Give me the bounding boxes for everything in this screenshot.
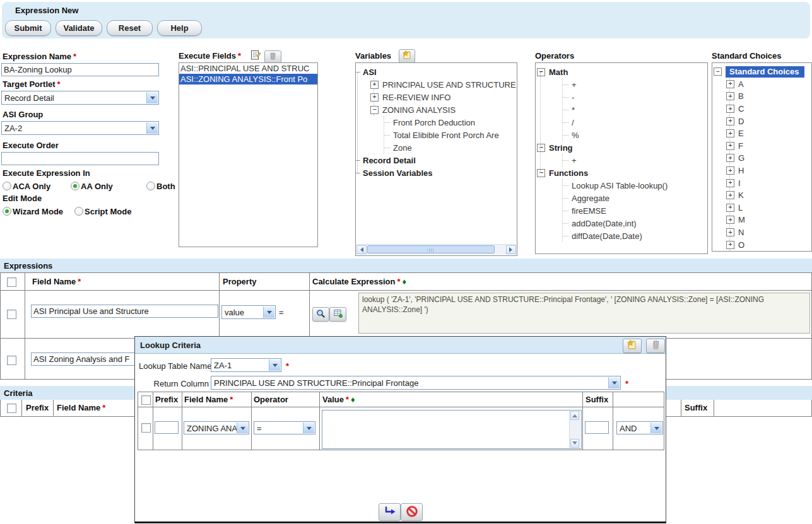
expand-icon[interactable] — [726, 117, 734, 125]
criteria-field-name-select[interactable]: ZONING ANALY — [184, 421, 249, 434]
chevron-down-icon[interactable] — [146, 92, 158, 103]
expand-icon[interactable] — [726, 216, 734, 224]
lookup-table-name-select[interactable]: ZA-1 — [211, 358, 281, 372]
scroll-right-button[interactable] — [506, 245, 516, 254]
reset-button[interactable]: Reset — [107, 20, 153, 36]
tree-node-string-concat[interactable]: + — [563, 154, 707, 166]
tree-node-zone[interactable]: Zone — [384, 141, 517, 154]
tree-node-choice-l[interactable]: L — [726, 202, 811, 214]
expand-icon[interactable] — [726, 166, 734, 175]
row-checkbox[interactable] — [141, 423, 151, 433]
tree-node-fireemse[interactable]: fireEMSE — [563, 204, 707, 217]
collapse-icon[interactable] — [370, 106, 379, 114]
chevron-down-icon[interactable] — [146, 122, 158, 134]
tree-node-choice-e[interactable]: E — [726, 127, 811, 140]
scrollbar-thumb[interactable] — [367, 245, 495, 253]
tree-node-choice-a[interactable]: A — [726, 78, 811, 91]
target-portlet-select[interactable]: Record Detail — [1, 91, 159, 105]
execute-order-input[interactable] — [1, 152, 159, 165]
scroll-down-button[interactable] — [570, 439, 579, 448]
tree-node-functions[interactable]: Functions — [536, 166, 707, 179]
tree-node-session-variables[interactable]: Session Variables — [356, 166, 517, 179]
tree-node-choice-d[interactable]: D — [726, 115, 811, 127]
vertical-scrollbar[interactable] — [569, 411, 580, 448]
expand-icon[interactable] — [726, 241, 734, 249]
tree-node-diffdate[interactable]: diffDate(Date,Date) — [563, 230, 707, 242]
collapse-icon[interactable] — [537, 169, 545, 177]
tree-node-op-divide[interactable]: / — [563, 116, 707, 129]
horizontal-scrollbar[interactable] — [356, 244, 516, 255]
tree-node-adddate[interactable]: addDate(Date,int) — [563, 217, 707, 230]
tree-node-op-multiply[interactable]: * — [563, 103, 707, 116]
radio-both[interactable] — [146, 182, 155, 190]
tree-node-op-modulo[interactable]: % — [563, 129, 707, 141]
tree-node-choice-i[interactable]: I — [726, 177, 811, 189]
prefix-input[interactable] — [155, 421, 179, 434]
select-fields-icon[interactable] — [250, 50, 261, 62]
suffix-input[interactable] — [585, 421, 609, 434]
return-column-select[interactable]: PRINCIPAL USE AND STRUCTURE::Principal F… — [211, 376, 621, 390]
property-select[interactable]: value — [221, 305, 276, 319]
list-item-selected[interactable]: ASI::ZONING ANALYSIS::Front Po — [179, 74, 317, 84]
expand-icon[interactable] — [726, 204, 734, 212]
tree-node-choice-k[interactable]: K — [726, 189, 811, 202]
tree-node-choice-m[interactable]: M — [726, 214, 811, 226]
help-button[interactable]: Help — [157, 20, 202, 36]
tree-node-principal-use[interactable]: PRINCIPAL USE AND STRUCTURE — [370, 78, 517, 91]
chevron-down-icon[interactable] — [608, 377, 620, 388]
tree-node-choice-g[interactable]: G — [726, 152, 811, 165]
scroll-up-button[interactable] — [570, 411, 579, 420]
logic-operator-select[interactable]: AND — [616, 421, 663, 434]
criteria-operator-select[interactable]: = — [254, 421, 315, 434]
expand-icon[interactable] — [726, 105, 734, 113]
execute-fields-listbox[interactable]: ASI::PRINCIPAL USE AND STRUC ASI::ZONING… — [179, 62, 318, 247]
tree-node-front-porch-deduction[interactable]: Front Porch Deduction — [384, 116, 517, 129]
expand-icon[interactable] — [726, 191, 734, 199]
expand-icon[interactable] — [726, 129, 734, 137]
scroll-left-button[interactable] — [356, 245, 367, 254]
cancel-criteria-button[interactable] — [401, 503, 423, 521]
tree-node-string[interactable]: String — [536, 141, 707, 154]
tree-node-choice-n[interactable]: N — [726, 226, 811, 239]
tree-node-record-detail[interactable]: Record Detail — [356, 154, 517, 166]
expand-icon[interactable] — [726, 228, 734, 236]
chevron-down-icon[interactable] — [650, 422, 662, 433]
expand-icon[interactable] — [726, 92, 734, 100]
submit-button[interactable]: Submit — [5, 20, 51, 36]
radio-aa-only[interactable] — [71, 182, 79, 190]
chevron-down-icon[interactable] — [269, 359, 280, 371]
select-all-checkbox[interactable] — [141, 395, 151, 405]
calculate-expression-box[interactable]: lookup ( 'ZA-1', 'PRINCIPAL USE AND STRU… — [358, 293, 810, 334]
expand-icon[interactable] — [726, 154, 734, 162]
tree-node-choice-h[interactable]: H — [726, 165, 811, 177]
radio-script-mode[interactable] — [74, 207, 83, 216]
chevron-down-icon[interactable] — [263, 306, 274, 318]
collapse-icon[interactable] — [537, 68, 545, 76]
new-variable-button[interactable] — [399, 49, 415, 63]
expand-icon[interactable] — [726, 80, 734, 88]
expand-icon[interactable] — [370, 81, 379, 89]
radio-aca-only[interactable] — [3, 182, 11, 190]
radio-wizard-mode[interactable] — [3, 207, 11, 216]
tree-node-math[interactable]: Math — [536, 66, 707, 78]
row-checkbox[interactable] — [7, 356, 16, 365]
tree-node-lookup-asi-table[interactable]: Lookup ASI Table-lookup() — [563, 179, 707, 192]
asi-group-select[interactable]: ZA-2 — [1, 121, 159, 135]
delete-criteria-button[interactable] — [646, 339, 665, 353]
tree-node-op-minus[interactable]: - — [563, 91, 707, 103]
submit-criteria-button[interactable] — [379, 503, 401, 521]
tree-node-op-plus[interactable]: + — [563, 78, 707, 91]
tree-node-re-review-info[interactable]: RE-REVIEW INFO — [370, 91, 517, 103]
tree-node-choice-f[interactable]: F — [726, 140, 811, 153]
delete-execute-field-button[interactable] — [264, 50, 281, 63]
validate-button[interactable]: Validate — [56, 20, 102, 36]
expression-name-input[interactable] — [1, 63, 159, 76]
tree-node-asi[interactable]: ASI — [356, 66, 517, 78]
collapse-icon[interactable] — [714, 67, 722, 76]
field-name-input[interactable] — [31, 305, 218, 318]
tree-node-choice-c[interactable]: C — [726, 103, 811, 115]
tree-node-total-elibible[interactable]: Total Elibible Front Porch Are — [384, 129, 517, 141]
tree-node-choice-b[interactable]: B — [726, 90, 811, 103]
add-criteria-button[interactable] — [623, 339, 642, 353]
select-all-checkbox[interactable] — [7, 277, 16, 287]
